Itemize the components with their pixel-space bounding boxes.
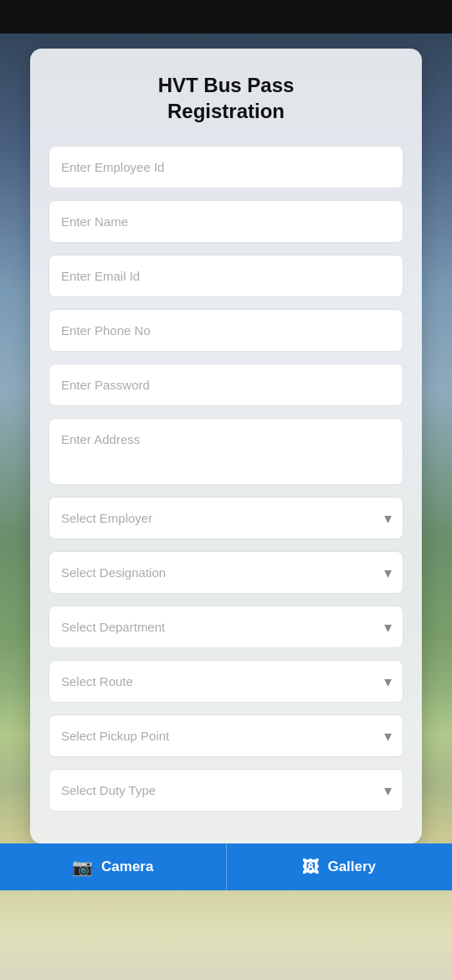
gallery-icon: 🖼: [302, 858, 319, 877]
duty-type-select-wrapper: Select Duty Type ▾: [49, 769, 403, 812]
pickup-point-select-wrapper: Select Pickup Point ▾: [49, 714, 403, 757]
registration-card: HVT Bus Pass Registration Select Employe…: [30, 49, 422, 843]
department-select-wrapper: Select Department ▾: [49, 606, 403, 648]
camera-label: Camera: [101, 859, 153, 875]
route-select[interactable]: Select Route: [49, 660, 403, 703]
route-select-wrapper: Select Route ▾: [49, 660, 403, 703]
camera-icon: 📷: [72, 857, 93, 877]
designation-select-wrapper: Select Designation ▾: [49, 551, 403, 594]
phone-input[interactable]: [49, 309, 403, 352]
duty-type-select[interactable]: Select Duty Type: [49, 769, 403, 812]
address-input[interactable]: [49, 418, 403, 485]
employee-id-input[interactable]: [49, 146, 403, 188]
gallery-button[interactable]: 🖼 Gallery: [227, 843, 453, 890]
bottom-action-bar: 📷 Camera 🖼 Gallery: [0, 843, 452, 890]
gallery-label: Gallery: [327, 859, 376, 875]
email-input[interactable]: [49, 255, 403, 297]
name-input[interactable]: [49, 200, 403, 243]
status-bar: [0, 0, 452, 34]
department-select[interactable]: Select Department: [49, 606, 403, 648]
pickup-point-select[interactable]: Select Pickup Point: [49, 714, 403, 757]
page-title: HVT Bus Pass Registration: [49, 72, 403, 124]
employer-select[interactable]: Select Employer: [49, 497, 403, 539]
employer-select-wrapper: Select Employer ▾: [49, 497, 403, 539]
camera-button[interactable]: 📷 Camera: [0, 843, 227, 890]
password-input[interactable]: [49, 364, 403, 406]
designation-select[interactable]: Select Designation: [49, 551, 403, 594]
